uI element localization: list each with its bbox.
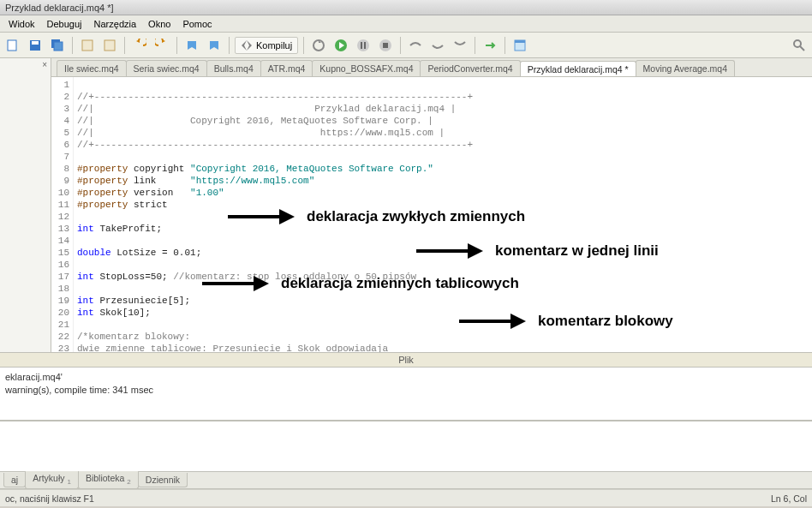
step-into-icon[interactable]: [406, 36, 425, 55]
status-help: oc, naciśnij klawisz F1: [5, 493, 94, 504]
line-gutter: 1234567891011121314151617181920212223242…: [51, 77, 74, 352]
toolbar-separator: [124, 37, 125, 54]
toolbar: Kompiluj: [0, 33, 812, 58]
tab-periodconverter[interactable]: PeriodConverter.mq4: [420, 60, 520, 76]
compile-label: Kompiluj: [256, 40, 292, 51]
status-cursor: Ln 6, Col: [771, 493, 807, 504]
terminal-icon[interactable]: [481, 36, 499, 55]
editor-tabbar: Ile swiec.mq4 Seria swiec.mq4 Bulls.mq4 …: [51, 58, 812, 77]
bottom-tab-aj[interactable]: aj: [3, 473, 26, 487]
tab-atr[interactable]: ATR.mq4: [260, 60, 313, 76]
window-icon[interactable]: [510, 36, 529, 55]
tab-ile-swiec[interactable]: Ile swiec.mq4: [57, 60, 127, 76]
navigator-panel: ×: [0, 58, 51, 352]
toolbar-separator: [505, 37, 505, 54]
lower-pane: [0, 421, 812, 472]
bottom-tabbar: aj Artykuły 1 Biblioteka 2 Dziennik: [0, 472, 812, 489]
window-title: Przyklad deklaracij.mq4 *]: [5, 3, 114, 13]
menubar: Widok Debuguj Narzędzia Okno Pomoc: [0, 15, 812, 33]
bottom-tab-artykuly[interactable]: Artykuły 1: [25, 471, 79, 488]
save-all-icon[interactable]: [48, 36, 67, 55]
new-file-icon[interactable]: [3, 36, 22, 55]
svg-point-16: [794, 40, 801, 47]
statusbar: oc, naciśnij klawisz F1 Ln 6, Col: [0, 489, 812, 506]
compile-button[interactable]: Kompiluj: [235, 37, 298, 54]
menu-pomoc[interactable]: Pomoc: [177, 17, 217, 31]
toolbar-separator: [303, 37, 304, 54]
panel-close-icon[interactable]: ×: [42, 60, 47, 69]
main-area: × Ile swiec.mq4 Seria swiec.mq4 Bulls.mq…: [0, 58, 812, 352]
search-icon[interactable]: [790, 36, 809, 55]
output-line: eklaracij.mq4': [5, 371, 807, 384]
step-over-icon[interactable]: [428, 36, 447, 55]
svg-point-9: [357, 39, 369, 51]
tab-seria-swiec[interactable]: Seria swiec.mq4: [126, 60, 207, 76]
svg-rect-13: [383, 43, 388, 48]
toolbar-separator: [176, 37, 177, 54]
window-titlebar: Przyklad deklaracij.mq4 *]: [0, 0, 812, 15]
menu-widok[interactable]: Widok: [3, 17, 40, 31]
svg-rect-4: [54, 42, 63, 51]
tab-przyklad-deklaracij[interactable]: Przyklad deklaracij.mq4 *: [520, 61, 636, 77]
save-icon[interactable]: [26, 36, 45, 55]
output-column-header: Plik: [0, 352, 812, 368]
svg-rect-0: [8, 40, 16, 51]
svg-rect-2: [32, 41, 39, 45]
step-out-icon[interactable]: [451, 36, 469, 55]
bookmark-prev-icon[interactable]: [182, 36, 201, 55]
svg-rect-6: [104, 40, 115, 51]
svg-rect-5: [82, 40, 93, 51]
undo-icon[interactable]: [130, 36, 149, 55]
bottom-tab-biblioteka[interactable]: Biblioteka 2: [78, 471, 139, 488]
menu-debuguj[interactable]: Debuguj: [42, 17, 87, 31]
menu-narzedzia[interactable]: Narzędzia: [89, 17, 142, 31]
code-text[interactable]: //+-------------------------------------…: [74, 77, 812, 352]
tab-moving-average[interactable]: Moving Average.mq4: [636, 60, 735, 76]
compile-icon: [241, 39, 253, 51]
toolbar-separator: [72, 37, 73, 54]
debug-stop-icon[interactable]: [376, 36, 395, 55]
toolbar-separator: [400, 37, 401, 54]
toolbar-separator: [229, 37, 230, 54]
output-line: warning(s), compile time: 341 msec: [5, 384, 807, 397]
tab-bulls[interactable]: Bulls.mq4: [206, 60, 261, 76]
bookmark-next-icon[interactable]: [205, 36, 224, 55]
svg-rect-10: [361, 42, 362, 49]
svg-rect-15: [515, 40, 525, 43]
output-panel[interactable]: eklaracij.mq4' warning(s), compile time:…: [0, 368, 812, 421]
svg-line-17: [800, 46, 804, 51]
debug-play-icon[interactable]: [331, 36, 350, 55]
menu-okno[interactable]: Okno: [143, 17, 176, 31]
copy-icon[interactable]: [100, 36, 119, 55]
redo-icon[interactable]: [152, 36, 171, 55]
bottom-tab-dziennik[interactable]: Dziennik: [138, 473, 188, 487]
annotation-var-declarations: deklaracja zwykłych zmiennych: [228, 207, 525, 226]
toolbar-separator: [475, 37, 475, 54]
column-file: Plik: [398, 355, 414, 365]
debug-pause-icon[interactable]: [354, 36, 373, 55]
annotation-block-comment: komentarz blokowy: [459, 312, 673, 331]
code-editor[interactable]: 1234567891011121314151617181920212223242…: [51, 77, 812, 352]
tab-kupno-bossafx[interactable]: Kupno_BOSSAFX.mq4: [312, 60, 421, 76]
debug-restart-icon[interactable]: [309, 36, 328, 55]
cut-icon[interactable]: [78, 36, 97, 55]
editor-area: Ile swiec.mq4 Seria swiec.mq4 Bulls.mq4 …: [51, 58, 812, 352]
svg-rect-11: [364, 42, 366, 49]
annotation-single-line-comment: komentarz w jednej linii: [416, 242, 659, 260]
